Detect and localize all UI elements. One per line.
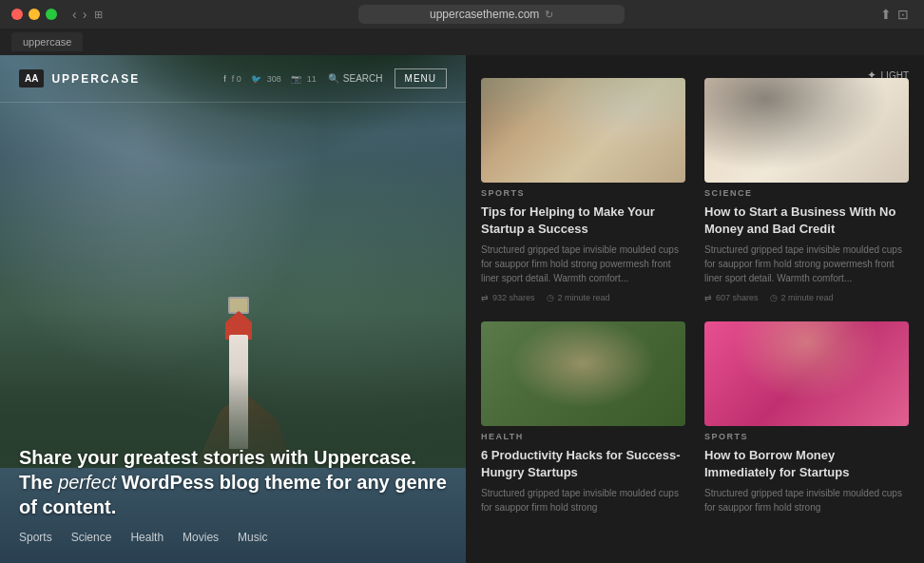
clock-icon-2: ◷ [770, 293, 778, 302]
logo-area: AA UPPERCASE [19, 69, 140, 87]
browser-chrome: ‹ › ⊞ uppercasetheme.com ↻ ⬆ ⊡ uppercase [0, 0, 924, 55]
article-shares-2: ⇄ 607 shares [704, 293, 759, 302]
menu-label: MENU [405, 73, 436, 84]
twitter-icon[interactable]: 🐦 [251, 74, 261, 84]
back-button[interactable]: ‹ [72, 7, 77, 22]
reload-icon[interactable]: ↻ [545, 9, 553, 21]
article-meta-2: ⇄ 607 shares ◷ 2 minute read [704, 293, 909, 302]
article-category-2: SCIENCE [704, 188, 909, 198]
search-icon: 🔍 [328, 73, 339, 84]
url-text: uppercasetheme.com [430, 8, 539, 21]
share-icon[interactable]: ⬆ [880, 7, 892, 22]
close-button[interactable] [11, 9, 23, 20]
browser-nav: ‹ › [72, 7, 87, 22]
minimize-button[interactable] [29, 9, 40, 20]
search-button[interactable]: 🔍 SEARCH [328, 73, 383, 84]
article-excerpt-4: Structured gripped tape invisible moulde… [704, 486, 909, 514]
article-title-3[interactable]: 6 Productivity Hacks for Success-Hungry … [481, 447, 685, 480]
extensions-icon[interactable]: ⊡ [897, 7, 909, 22]
article-title-4[interactable]: How to Borrow Money Immediately for Star… [704, 447, 909, 480]
article-thumbnail-2 [704, 78, 909, 183]
logo-aa: AA [19, 69, 44, 87]
article-excerpt-1: Structured gripped tape invisible moulde… [481, 243, 685, 285]
shares-icon: ⇄ [481, 293, 489, 302]
article-thumbnail-1 [481, 78, 685, 183]
article-category-3: HEALTH [481, 432, 685, 441]
clock-icon: ◷ [547, 293, 554, 302]
toolbar-right: ⬆ ⊡ [880, 7, 913, 22]
article-card-3: HEALTH 6 Productivity Hacks for Success-… [481, 321, 685, 514]
category-science[interactable]: Science [71, 531, 112, 544]
article-category-4: SPORTS [704, 432, 909, 441]
forward-button[interactable]: › [83, 7, 87, 22]
article-card-4: SPORTS How to Borrow Money Immediately f… [704, 321, 909, 514]
shares-icon-2: ⇄ [704, 293, 712, 302]
article-category-1: SPORTS [481, 188, 685, 198]
category-health[interactable]: Health [130, 531, 164, 544]
article-meta-1: ⇄ 932 shares ◷ 2 minute read [481, 293, 685, 302]
hero-content: Share your greatest stories with Upperca… [19, 445, 447, 544]
traffic-lights [11, 9, 57, 20]
twitter-count: 308 [267, 74, 281, 84]
article-readtime-2: ◷ 2 minute read [770, 293, 834, 302]
article-thumbnail-4 [704, 321, 909, 426]
article-excerpt-3: Structured gripped tape invisible moulde… [481, 486, 685, 514]
article-title-2[interactable]: How to Start a Business With No Money an… [704, 204, 909, 237]
tab-bar: uppercase [0, 29, 924, 55]
active-tab[interactable]: uppercase [11, 32, 83, 51]
menu-button[interactable]: MENU [395, 68, 447, 88]
instagram-icon[interactable]: 📷 [291, 74, 301, 84]
article-card-2: SCIENCE How to Start a Business With No … [704, 78, 909, 302]
social-links: f f 0 🐦 308 📷 11 [223, 74, 317, 84]
header-nav: f f 0 🐦 308 📷 11 🔍 SEARCH MENU [223, 68, 447, 88]
hero-headline-italic: perfect [58, 472, 116, 493]
article-card-1: SPORTS Tips for Helping to Make Your Sta… [481, 78, 685, 302]
article-title-1[interactable]: Tips for Helping to Make Your Startup a … [481, 204, 685, 237]
maximize-button[interactable] [46, 9, 57, 20]
hero-headline: Share your greatest stories with Upperca… [19, 445, 447, 519]
instagram-count: 11 [307, 74, 317, 84]
title-bar: ‹ › ⊞ uppercasetheme.com ↻ ⬆ ⊡ [0, 0, 924, 29]
category-movies[interactable]: Movies [183, 531, 219, 544]
shares-count-2: 607 shares [716, 293, 759, 302]
read-time-2: 2 minute read [781, 293, 834, 302]
category-music[interactable]: Music [238, 531, 267, 544]
article-readtime-1: ◷ 2 minute read [547, 293, 610, 302]
site-header: AA UPPERCASE f f 0 🐦 308 📷 11 🔍 SEARCH M [0, 55, 466, 103]
category-sports[interactable]: Sports [19, 531, 52, 544]
read-time: 2 minute read [558, 293, 610, 302]
hero-categories: Sports Science Health Movies Music [19, 531, 447, 544]
search-label: SEARCH [343, 73, 383, 84]
article-thumbnail-3 [481, 321, 685, 426]
right-panel: ✦ LIGHT SPORTS Tips for Helping to Make … [466, 55, 924, 563]
main-layout: AA UPPERCASE f f 0 🐦 308 📷 11 🔍 SEARCH M [0, 55, 924, 563]
article-excerpt-2: Structured gripped tape invisible moulde… [704, 243, 909, 285]
address-bar-area: uppercasetheme.com ↻ [110, 5, 873, 24]
facebook-count: f 0 [232, 74, 241, 84]
shares-count: 932 shares [492, 293, 535, 302]
article-shares-1: ⇄ 932 shares [481, 293, 535, 302]
url-bar[interactable]: uppercasetheme.com ↻ [358, 5, 625, 24]
tab-icon: ⊞ [94, 9, 103, 21]
left-panel: AA UPPERCASE f f 0 🐦 308 📷 11 🔍 SEARCH M [0, 55, 466, 563]
articles-grid: SPORTS Tips for Helping to Make Your Sta… [481, 78, 909, 514]
logo-name: UPPERCASE [51, 72, 140, 86]
facebook-icon[interactable]: f [223, 74, 226, 84]
